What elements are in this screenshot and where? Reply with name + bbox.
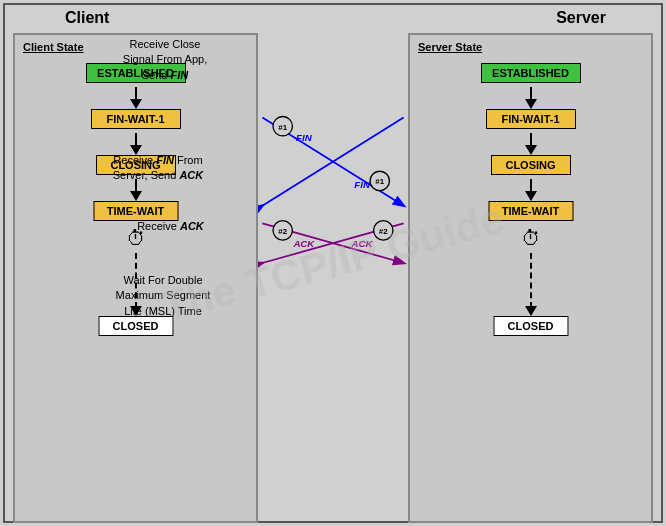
client-state-label: Client State [23,41,84,53]
svg-point-13 [374,221,393,240]
server-state-label: Server State [418,41,482,53]
svg-text:#2: #2 [379,227,388,236]
state-closing-server: CLOSING [491,155,571,175]
svg-text:FIN: FIN [354,179,371,190]
svg-point-1 [273,117,292,136]
desc-client-1: Receive CloseSignal From App,Send FIN [100,37,230,83]
arrowhead-dashed-server [525,306,537,316]
state-timewait-server: TIME-WAIT [488,201,573,221]
svg-text:#1: #1 [278,123,287,132]
svg-text:ACK: ACK [292,238,315,249]
arrowhead1-client [130,99,142,109]
client-header: Client [65,9,109,27]
svg-line-8 [262,223,403,263]
svg-line-0 [262,117,403,205]
main-container: Client Server Client State ESTABLISHED F… [3,3,663,523]
svg-text:#1: #1 [375,177,384,186]
timer-icon-server: ⏱ [519,227,543,255]
desc-client-4: Wait For DoubleMaximum SegmentLife (MSL)… [98,273,228,319]
arrowhead1-server [525,99,537,109]
server-header: Server [556,9,606,27]
svg-text:#2: #2 [278,227,287,236]
svg-text:FIN: FIN [296,132,313,143]
svg-point-9 [273,221,292,240]
state-finwait1-server: FIN-WAIT-1 [486,109,576,129]
arrowhead3-server [525,191,537,201]
state-timewait-client: TIME-WAIT [93,201,178,221]
desc-client-2: Receive FIN FromServer, Send ACK [93,153,223,184]
arrowhead2-server [525,145,537,155]
svg-line-7 [262,117,403,205]
state-finwait1-client: FIN-WAIT-1 [91,109,181,129]
svg-point-5 [370,171,389,190]
arrows-svg: #1 FIN FIN #1 #2 ACK #2 ACK [258,5,408,521]
state-closed-server: CLOSED [493,316,568,336]
svg-text:ACK: ACK [351,238,374,249]
middle-area: Receive CloseSignal From App,Send FIN Re… [258,5,408,521]
dashed1-server [530,253,532,308]
state-established-server: ESTABLISHED [481,63,581,83]
desc-client-3: Receive ACK [113,220,228,232]
svg-line-12 [262,223,403,263]
server-panel: Server State ESTABLISHED FIN-WAIT-1 CLOS… [408,33,653,523]
arrowhead3-client [130,191,142,201]
